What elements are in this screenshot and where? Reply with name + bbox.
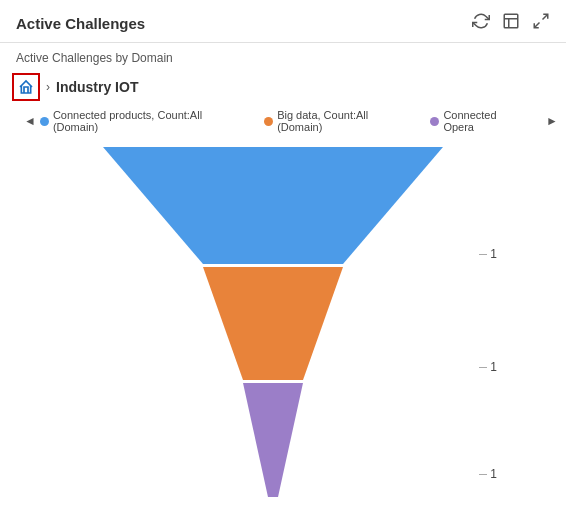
nav-row: › Industry IOT [0, 69, 566, 105]
legend-next-button[interactable]: ► [546, 114, 558, 128]
breadcrumb-chevron: › [46, 80, 50, 94]
chart-area: 1 1 1 [0, 137, 566, 507]
page-title: Active Challenges [16, 15, 145, 32]
legend-dot-connected-opera [430, 117, 439, 126]
legend-item-connected-products: Connected products, Count:All (Domain) [40, 109, 250, 133]
legend-prev-button[interactable]: ◄ [24, 114, 36, 128]
funnel-segment-1[interactable] [103, 147, 443, 264]
funnel-chart: 1 1 1 [93, 147, 473, 497]
value-label-2: 1 [479, 360, 497, 374]
breadcrumb: Active Challenges by Domain [0, 43, 566, 69]
legend-item-connected-opera: Connected Opera [430, 109, 530, 133]
legend-label-connected-opera: Connected Opera [443, 109, 530, 133]
funnel-segment-2[interactable] [203, 267, 343, 380]
refresh-icon[interactable] [472, 12, 490, 34]
legend-label-big-data: Big data, Count:All (Domain) [277, 109, 416, 133]
value-label-3: 1 [479, 467, 497, 481]
legend-dot-connected-products [40, 117, 49, 126]
home-button[interactable] [12, 73, 40, 101]
nav-page-title: Industry IOT [56, 79, 138, 95]
funnel-segment-3[interactable] [243, 383, 303, 497]
legend-label-connected-products: Connected products, Count:All (Domain) [53, 109, 250, 133]
legend-row: ◄ Connected products, Count:All (Domain)… [0, 105, 566, 137]
value-label-1: 1 [479, 247, 497, 261]
header: Active Challenges [0, 0, 566, 43]
header-actions [472, 12, 550, 34]
export-icon[interactable] [502, 12, 520, 34]
funnel-svg [93, 147, 453, 497]
legend-dot-big-data [264, 117, 273, 126]
legend-item-big-data: Big data, Count:All (Domain) [264, 109, 416, 133]
svg-rect-0 [504, 14, 518, 28]
expand-icon[interactable] [532, 12, 550, 34]
